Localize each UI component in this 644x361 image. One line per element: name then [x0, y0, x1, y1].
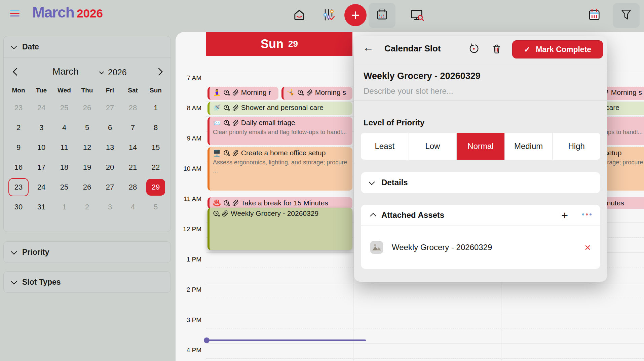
event-morning_routine[interactable]: 🧘‍♀️Morning r: [207, 87, 278, 100]
minical-day-7[interactable]: 7: [121, 118, 144, 137]
minical-day-17[interactable]: 17: [30, 157, 53, 177]
asset-row: Weekly Grocery - 20260329×: [370, 236, 591, 259]
minical-day-29[interactable]: 29: [144, 177, 167, 197]
minical-day-number: 26: [78, 179, 97, 196]
minical-day-number: 28: [123, 99, 142, 116]
hour-label: 4 PM: [176, 347, 201, 354]
prev-month-button[interactable]: [12, 68, 21, 76]
minical-day-8[interactable]: 8: [144, 118, 167, 137]
minical-day-22[interactable]: 22: [144, 157, 167, 177]
minical-year-label: 2026: [108, 68, 127, 77]
priority-option-low[interactable]: Low: [409, 133, 457, 160]
priority-option-normal[interactable]: Normal: [457, 133, 505, 160]
slot-description-placeholder[interactable]: Describe your slot here...: [364, 86, 453, 96]
hour-label: 3 PM: [176, 316, 201, 324]
minical-day-5[interactable]: 5: [144, 197, 167, 217]
minical-day-3[interactable]: 3: [30, 118, 53, 137]
event-weekly_grocery[interactable]: Weekly Grocery - 20260329: [207, 208, 352, 250]
date-section-header[interactable]: Date: [4, 36, 171, 57]
minical-day-24[interactable]: 24: [30, 177, 53, 197]
event-morning_stretch[interactable]: 🤸Morning s: [281, 87, 352, 100]
minical-day-27[interactable]: 27: [99, 98, 121, 118]
minical-day-31[interactable]: 31: [30, 197, 53, 217]
minical-day-24[interactable]: 24: [30, 98, 53, 118]
event-home_office[interactable]: 🖥️Create a home office setupAssess ergon…: [207, 147, 352, 191]
assets-menu-button[interactable]: [582, 213, 592, 215]
mark-complete-label: Mark Complete: [536, 45, 591, 54]
screen-search-button[interactable]: [404, 3, 430, 28]
details-header[interactable]: Details: [361, 172, 600, 193]
year-selector[interactable]: 2026: [101, 68, 127, 77]
menu-icon[interactable]: [10, 10, 20, 18]
minical-day-2[interactable]: 2: [76, 197, 99, 217]
minical-day-1[interactable]: 1: [144, 98, 167, 118]
minical-day-26[interactable]: 26: [76, 98, 99, 118]
remove-asset-button[interactable]: ×: [584, 242, 591, 253]
slot-title[interactable]: Weekly Grocery - 20260329: [364, 71, 481, 81]
minical-day-28[interactable]: 28: [121, 177, 144, 197]
weekday-label: Wed: [53, 83, 76, 98]
minical-day-5[interactable]: 5: [76, 118, 99, 137]
minical-day-13[interactable]: 13: [99, 137, 121, 157]
minical-day-28[interactable]: 28: [121, 98, 144, 118]
mark-complete-button[interactable]: ✓ Mark Complete: [512, 40, 603, 58]
priority-option-least[interactable]: Least: [361, 133, 409, 160]
paperclip-icon: [232, 105, 239, 111]
next-month-button[interactable]: [155, 68, 163, 76]
minical-day-23[interactable]: 23: [7, 98, 30, 118]
back-button[interactable]: ←: [363, 41, 374, 54]
minical-day-25[interactable]: 25: [53, 98, 76, 118]
minical-day-grid: 2324252627281234567891011121314151617181…: [4, 98, 171, 217]
minical-day-27[interactable]: 27: [99, 177, 121, 197]
event-take_break[interactable]: ♨️Take a break for 15 Minutes: [207, 197, 352, 209]
minical-day-30[interactable]: 30: [7, 197, 30, 217]
calendar-view-icon: [375, 8, 389, 23]
minical-day-26[interactable]: 26: [76, 177, 99, 197]
minical-day-20[interactable]: 20: [99, 157, 121, 177]
event-email_triage[interactable]: 📨Daily email triageClear priority emails…: [207, 117, 352, 145]
delete-button[interactable]: [491, 43, 502, 55]
attached-assets-header[interactable]: Attached Assets +: [361, 205, 600, 226]
minical-day-23[interactable]: 23: [7, 177, 30, 197]
minical-day-number: 11: [55, 139, 74, 156]
minical-day-2[interactable]: 2: [7, 118, 30, 137]
minical-day-12[interactable]: 12: [76, 137, 99, 157]
slot-types-section-header[interactable]: Slot Types: [4, 272, 171, 292]
history-button[interactable]: [468, 43, 479, 55]
trash-icon: [491, 43, 502, 54]
chevron-down-icon: [11, 43, 17, 49]
calendar-view-button[interactable]: [369, 3, 395, 28]
add-asset-button[interactable]: +: [561, 209, 568, 222]
minical-day-10[interactable]: 10: [30, 137, 53, 157]
minical-day-number: 24: [32, 179, 51, 196]
minical-day-25[interactable]: 25: [53, 177, 76, 197]
day-header[interactable]: Sun 29: [206, 32, 352, 56]
minical-day-16[interactable]: 16: [7, 157, 30, 177]
event-shower[interactable]: 🚿Shower and personal care: [207, 102, 352, 115]
minical-day-9[interactable]: 9: [7, 137, 30, 157]
minical-day-4[interactable]: 4: [121, 197, 144, 217]
minical-month-label[interactable]: March: [39, 66, 92, 77]
minical-day-1[interactable]: 1: [53, 197, 76, 217]
date-picker-button[interactable]: [581, 3, 608, 28]
home-button[interactable]: [286, 3, 313, 28]
minical-day-number: 15: [146, 139, 165, 156]
priority-option-medium[interactable]: Medium: [505, 133, 553, 160]
minical-day-14[interactable]: 14: [121, 137, 144, 157]
add-button[interactable]: +: [344, 4, 367, 26]
date-picker-icon: [587, 7, 602, 24]
minical-day-18[interactable]: 18: [53, 157, 76, 177]
priority-section-header[interactable]: Priority: [4, 242, 171, 263]
minical-day-11[interactable]: 11: [53, 137, 76, 157]
filters-button[interactable]: [315, 3, 342, 28]
minical-day-3[interactable]: 3: [99, 197, 121, 217]
event-title: Daily email triage: [241, 119, 295, 127]
minical-day-number: 1: [146, 99, 165, 116]
filter-button[interactable]: [613, 3, 640, 28]
minical-day-21[interactable]: 21: [121, 157, 144, 177]
minical-day-6[interactable]: 6: [99, 118, 121, 137]
minical-day-19[interactable]: 19: [76, 157, 99, 177]
minical-day-4[interactable]: 4: [53, 118, 76, 137]
minical-day-15[interactable]: 15: [144, 137, 167, 157]
priority-option-high[interactable]: High: [553, 133, 600, 160]
